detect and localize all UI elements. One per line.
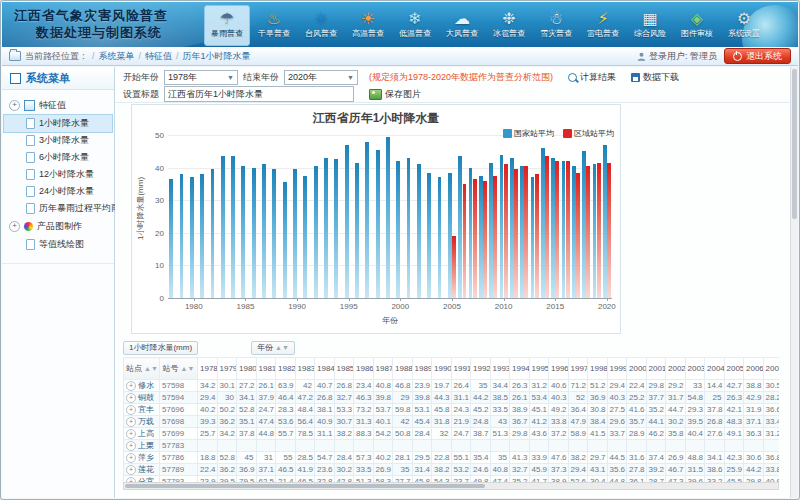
station-id-cell: 57594	[160, 392, 198, 404]
year-column-header[interactable]: 1979	[217, 358, 237, 380]
toolbar-item-snow[interactable]: ☃雪灾普查	[533, 5, 579, 46]
year-column-header[interactable]: 2000	[627, 358, 647, 380]
sidebar-item[interactable]: 6小时降水量	[4, 149, 112, 166]
download-button[interactable]: 数据下载	[631, 71, 679, 84]
sidebar-item[interactable]: 24小时降水量	[4, 183, 112, 200]
year-column-header[interactable]: 2001	[646, 358, 666, 380]
sidebar-item[interactable]: 12小时降水量	[4, 166, 112, 183]
sidebar-item[interactable]: 等值线绘图	[4, 236, 112, 253]
vertical-scrollbar-thumb[interactable]	[792, 69, 797, 219]
breadcrumb-item[interactable]: 系统菜单	[99, 51, 135, 61]
chevron-down-icon: ▼	[227, 74, 234, 81]
year-column-header[interactable]: 1989	[412, 358, 432, 380]
logout-button[interactable]: 退出系统	[724, 48, 791, 64]
year-column-header[interactable]: 1980	[237, 358, 257, 380]
year-column-header[interactable]: 2007	[763, 358, 779, 380]
year-column-header[interactable]: 1982	[276, 358, 296, 380]
year-column-header[interactable]: 1995	[529, 358, 549, 380]
year-column-header[interactable]: 1988	[393, 358, 413, 380]
sidebar-item[interactable]: 3小时降水量	[4, 132, 112, 149]
start-year-select[interactable]: 1978年▼	[164, 70, 238, 85]
year-column-header[interactable]: 1984	[315, 358, 335, 380]
value-cell: 54.2	[373, 428, 393, 440]
value-cell: 22.4	[627, 380, 647, 392]
expand-row-icon[interactable]: +	[126, 381, 136, 391]
legend-item[interactable]: 区域站平均	[563, 128, 614, 139]
year-column-header[interactable]: 1986	[354, 358, 374, 380]
value-cell: 30.6	[744, 452, 764, 464]
chart-title: 江西省历年1小时降水量	[132, 110, 620, 127]
sort-arrows-icon: ▲▼	[275, 344, 289, 351]
toolbar-item-low-temp[interactable]: ❄低温普查	[392, 5, 438, 46]
toolbar-item-settings[interactable]: ⚙系统设置	[721, 5, 767, 46]
year-column-header[interactable]: 1994	[510, 358, 530, 380]
toolbar-item-calculator[interactable]: ▦综合风险	[627, 5, 673, 46]
tree-group-features[interactable]: +特征值	[4, 96, 112, 115]
year-column-header[interactable]: 1993	[490, 358, 510, 380]
expand-row-icon[interactable]: +	[126, 405, 136, 415]
year-column-header[interactable]: 1987	[373, 358, 393, 380]
toolbar-item-map-review[interactable]: ◈图件审核	[674, 5, 720, 46]
value-cell: 55.1	[451, 452, 471, 464]
expand-row-icon[interactable]: +	[126, 393, 136, 403]
end-year-select[interactable]: 2020年▼	[284, 70, 358, 85]
year-column-header[interactable]: 1999	[607, 358, 627, 380]
expand-row-icon[interactable]: +	[126, 453, 136, 463]
chart-title-input[interactable]	[164, 86, 354, 102]
toolbar-item-drought[interactable]: ♨干旱普查	[251, 5, 297, 46]
year-column-header[interactable]: 2006	[744, 358, 764, 380]
value-cell: 29	[393, 392, 413, 404]
toolbar-item-typhoon[interactable]: ✳台风普查	[298, 5, 344, 46]
app-title-line1: 江西省气象灾害风险普查	[14, 7, 168, 24]
calculate-button[interactable]: 计算结果	[568, 71, 616, 84]
vertical-scrollbar[interactable]	[790, 67, 798, 498]
data-field-chip[interactable]: 1小时降水量(mm)	[123, 341, 198, 355]
value-cell	[451, 440, 471, 452]
year-column-header[interactable]: 1996	[549, 358, 569, 380]
expand-row-icon[interactable]: +	[126, 417, 136, 427]
value-cell	[354, 440, 374, 452]
year-column-header[interactable]: 1978	[198, 358, 218, 380]
expand-row-icon[interactable]: +	[126, 429, 136, 439]
tree-group-products[interactable]: +产品图制作	[4, 217, 112, 236]
toolbar-item-wind[interactable]: ☁大风普查	[439, 5, 485, 46]
toolbar-item-lightning[interactable]: ⚡雷电普查	[580, 5, 626, 46]
year-column-header[interactable]: 2002	[666, 358, 686, 380]
year-column-header[interactable]: 1992	[471, 358, 491, 380]
sidebar-item[interactable]: 历年暴雨过程平均雨量	[4, 200, 112, 217]
year-column-header[interactable]: 2004	[705, 358, 725, 380]
calculator-icon: ▦	[642, 8, 657, 29]
station-id-column-header[interactable]: 站号▲▼	[160, 358, 198, 380]
value-cell	[588, 440, 608, 452]
year-column-header[interactable]: 1985	[334, 358, 354, 380]
year-field-chip[interactable]: 年份▲▼	[251, 341, 295, 355]
expand-icon[interactable]: +	[9, 100, 20, 111]
year-column-header[interactable]: 1990	[432, 358, 452, 380]
y-tick-label: 20	[138, 229, 164, 238]
horizontal-scrollbar-thumb[interactable]	[125, 484, 485, 488]
breadcrumb-item[interactable]: 特征值	[145, 51, 172, 61]
legend-item[interactable]: 国家站平均	[503, 128, 554, 139]
expand-row-icon[interactable]: +	[126, 465, 136, 475]
value-cell: 31.5	[685, 464, 705, 476]
year-column-header[interactable]: 1981	[256, 358, 276, 380]
horizontal-scrollbar[interactable]	[123, 482, 779, 490]
breadcrumb-item[interactable]: 历年1小时降水量	[183, 51, 251, 61]
table-row: +上栗57783	[124, 440, 780, 452]
expand-row-icon[interactable]: +	[126, 441, 136, 451]
year-column-header[interactable]: 1983	[295, 358, 315, 380]
station-column-header[interactable]: 站点▲▼	[124, 358, 160, 380]
year-column-header[interactable]: 1997	[568, 358, 588, 380]
save-image-button[interactable]: 保存图片	[369, 88, 421, 101]
year-column-header[interactable]: 2003	[685, 358, 705, 380]
year-column-header[interactable]: 1998	[588, 358, 608, 380]
toolbar-item-high-temp[interactable]: ☀高温普查	[345, 5, 391, 46]
sidebar-item[interactable]: 1小时降水量	[4, 115, 112, 132]
year-column-header[interactable]: 1991	[451, 358, 471, 380]
x-tick-label: 2015	[546, 302, 564, 311]
year-column-header[interactable]: 2005	[724, 358, 744, 380]
expand-icon[interactable]: +	[9, 221, 20, 232]
toolbar-item-hail[interactable]: ❉冰雹普查	[486, 5, 532, 46]
toolbar-item-rainstorm[interactable]: ☂暴雨普查	[204, 5, 250, 46]
value-cell: 51.2	[588, 380, 608, 392]
